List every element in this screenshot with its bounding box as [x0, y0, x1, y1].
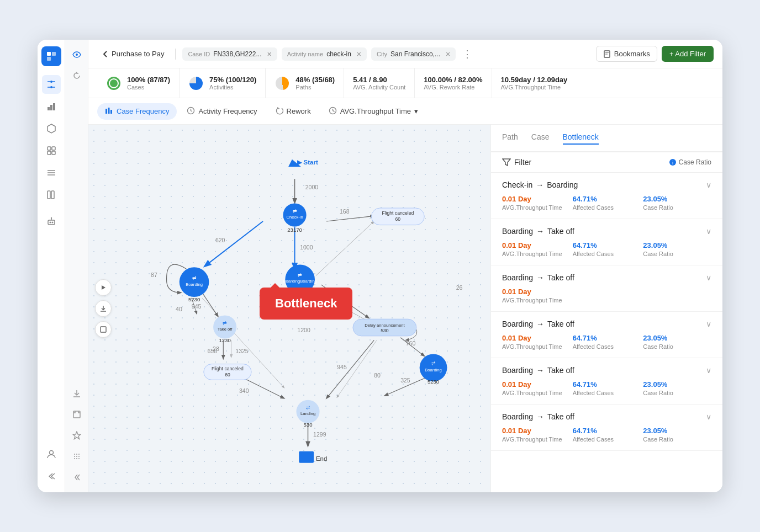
svg-rect-22	[48, 220, 55, 225]
filter-activity-name-close[interactable]: ×	[357, 50, 361, 58]
bottleneck-chevron-2[interactable]: ∨	[706, 227, 711, 236]
svg-text:2000: 2000	[305, 184, 319, 190]
stat-paths-label: Paths	[295, 84, 335, 91]
sidebar2-eye[interactable]	[68, 46, 85, 63]
sidebar-item-collapse[interactable]	[42, 467, 61, 486]
sidebar-item-hex[interactable]	[42, 119, 61, 138]
flow-play-button[interactable]	[95, 279, 112, 296]
sidebar-item-list[interactable]	[42, 163, 61, 182]
svg-point-3	[50, 81, 52, 83]
svg-point-33	[74, 454, 75, 455]
filter-activity-name[interactable]: Activity name check-in ×	[282, 47, 367, 61]
tab-path[interactable]: Path	[502, 132, 518, 145]
breadcrumb-title: Purchase to Pay	[112, 50, 164, 58]
sidebar-item-chart[interactable]	[42, 97, 61, 116]
bottleneck-chevron-3[interactable]: ∨	[706, 273, 711, 282]
bottleneck-chevron-5[interactable]: ∨	[706, 366, 711, 375]
bottleneck-list: Check-in → Boarding ∨ 0.01 Day AVG.Throu…	[491, 173, 722, 492]
tab-case[interactable]: Case	[531, 132, 550, 145]
svg-point-37	[76, 456, 77, 457]
sidebar-item-filter[interactable]	[42, 75, 61, 94]
sidebar-item-columns[interactable]	[42, 185, 61, 204]
back-button[interactable]: Purchase to Pay	[97, 47, 168, 60]
bottleneck-item-4[interactable]: Boarding → Take off ∨ 0.01 Day AVG.Throu…	[491, 312, 722, 358]
toolbar-activity-frequency-label: Activity Frequency	[198, 107, 257, 115]
bottleneck-item-1[interactable]: Check-in → Boarding ∨ 0.01 Day AVG.Throu…	[491, 173, 722, 219]
bottleneck-chevron-4[interactable]: ∨	[706, 320, 711, 328]
bottleneck-chevron-1[interactable]: ∨	[706, 180, 711, 189]
toolbar-case-frequency[interactable]: Case Frequency	[97, 103, 177, 120]
filter-case-id[interactable]: Case ID FN338,GH222... ×	[182, 47, 277, 61]
sidebar2-play[interactable]	[68, 364, 85, 381]
svg-text:325: 325	[400, 377, 410, 384]
b-stat-throughput-3: 0.01 Day AVG.Throughput Time	[502, 288, 571, 304]
filter-city[interactable]: City San Francisco,... ×	[371, 47, 456, 61]
sidebar2-download[interactable]	[68, 385, 85, 402]
toolbar-rework[interactable]: Rework	[267, 103, 319, 120]
bottleneck-item-6[interactable]: Boarding → Take off ∨ 0.01 Day AVG.Throu…	[491, 405, 722, 451]
sidebar2-grid-dots[interactable]	[68, 448, 85, 465]
toolbar-avg-throughput[interactable]: AVG.Throughput Time ▾	[321, 103, 426, 120]
sidebar2-refresh[interactable]	[68, 67, 85, 84]
bottleneck-flow-4: Boarding → Take off	[502, 320, 574, 328]
app-logo[interactable]	[41, 46, 61, 66]
bottleneck-item-2[interactable]: Boarding → Take off ∨ 0.01 Day AVG.Throu…	[491, 219, 722, 265]
svg-text:⇌: ⇌	[223, 320, 227, 326]
bottleneck-chevron-6[interactable]: ∨	[706, 412, 711, 421]
svg-text:40: 40	[176, 306, 182, 312]
flow-download-button[interactable]	[95, 300, 112, 317]
svg-point-4	[50, 86, 52, 88]
sidebar2-frame[interactable]	[68, 406, 85, 423]
svg-text:28: 28	[213, 345, 219, 352]
b-stat-affected-2: 64.71% Affected Cases	[573, 241, 641, 257]
bottleneck-item-3[interactable]: Boarding → Take off ∨ 0.01 Day AVG.Throu…	[491, 265, 722, 312]
stat-paths: 48% (35/68) Paths	[266, 68, 344, 98]
stat-cases-text: 100% (87/87) Cases	[127, 76, 170, 91]
svg-line-88	[316, 221, 374, 276]
svg-rect-45	[105, 109, 107, 114]
filter-label[interactable]: Filter	[502, 158, 531, 167]
bottleneck-flow-2: Boarding → Take off	[502, 227, 574, 236]
svg-rect-9	[48, 107, 50, 110]
flow-frame-button[interactable]	[95, 321, 112, 338]
flow-diagram-area[interactable]: 2000 620 1000 168 945 87	[88, 125, 490, 492]
body-split: 2000 620 1000 168 945 87	[88, 125, 722, 492]
svg-point-41	[78, 458, 80, 459]
svg-text:⇌: ⇌	[306, 405, 310, 410]
stat-activities-label: Activities	[209, 84, 256, 91]
svg-text:▶ Start: ▶ Start	[297, 159, 318, 166]
svg-point-27	[49, 451, 53, 455]
svg-rect-132	[101, 327, 106, 332]
bookmarks-button[interactable]: Bookmarks	[596, 46, 657, 62]
toolbar-activity-frequency[interactable]: Activity Frequency	[179, 103, 265, 120]
case-ratio-text: Case Ratio	[679, 158, 711, 166]
bottleneck-flow-3: Boarding → Take off	[502, 273, 574, 282]
svg-text:⇌: ⇌	[293, 208, 297, 214]
filter-city-close[interactable]: ×	[446, 50, 450, 58]
header-more-button[interactable]: ⋮	[462, 48, 472, 60]
stat-cases-icon	[106, 76, 122, 91]
bottleneck-item-6-header: Boarding → Take off ∨	[502, 412, 711, 421]
sidebar-item-robot[interactable]	[42, 212, 61, 231]
toolbar-case-frequency-label: Case Frequency	[117, 107, 169, 115]
svg-line-56	[205, 221, 263, 266]
sidebar2-collapse[interactable]	[68, 469, 85, 486]
svg-text:945: 945	[332, 292, 342, 299]
svg-rect-11	[53, 103, 55, 110]
svg-text:26: 26	[456, 284, 463, 291]
add-filter-button[interactable]: + Add Filter	[662, 46, 714, 62]
sidebar2-star[interactable]	[68, 427, 85, 444]
sidebar-item-grid[interactable]	[42, 141, 61, 160]
toolbar: Case Frequency Activity Frequency Rework…	[88, 98, 722, 125]
filter-activity-name-value: check-in	[326, 50, 351, 58]
svg-text:1299: 1299	[313, 431, 326, 438]
sidebar-item-user[interactable]	[42, 445, 61, 464]
tab-bottleneck[interactable]: Bottleneck	[563, 132, 599, 145]
svg-text:87: 87	[151, 272, 157, 278]
svg-rect-20	[48, 191, 50, 199]
stat-cases-label: Cases	[127, 84, 170, 91]
svg-marker-133	[503, 159, 510, 166]
bottleneck-item-5[interactable]: Boarding → Take off ∨ 0.01 Day AVG.Throu…	[491, 358, 722, 405]
filter-case-id-close[interactable]: ×	[267, 50, 272, 58]
svg-rect-0	[47, 52, 51, 56]
